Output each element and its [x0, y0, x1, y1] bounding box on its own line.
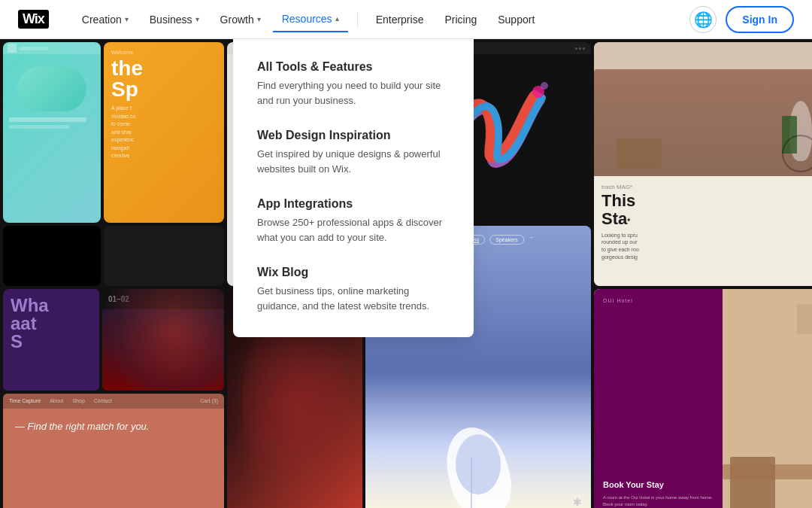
nav-item-support[interactable]: Support: [489, 8, 544, 32]
tile-dark-2: [104, 226, 224, 286]
chevron-up-icon: ▴: [335, 14, 339, 23]
tile-teal: [3, 42, 101, 223]
trash-mag-body: Looking to sprurounded up ourto give eac…: [601, 232, 812, 261]
tile-bottom-left: WhaaatS 01–02 Time Capture About Shop Co…: [3, 289, 224, 508]
arrow-icon: →: [529, 235, 534, 245]
tile-orange-welcome: Welcome theSp A place fminded coto comea…: [104, 42, 224, 223]
tag-speakers: Speakers: [489, 235, 524, 245]
chevron-down-icon: ▾: [257, 15, 261, 23]
hotel-body: A room at the Oui Hotel is your home awa…: [603, 494, 714, 508]
chevron-down-icon: ▾: [125, 15, 129, 23]
sign-in-button[interactable]: Sign In: [726, 6, 794, 33]
globe-icon[interactable]: 🌐: [689, 6, 717, 33]
nav-right: 🌐 Sign In: [689, 6, 794, 33]
dropdown-item-web-design[interactable]: Web Design Inspiration Get inspired by u…: [257, 129, 450, 176]
nav-divider: [357, 12, 358, 27]
tile-black-1: [3, 226, 101, 286]
tile-hotel: OUI Hotel Book Your Stay A room at the O…: [594, 289, 812, 508]
nav-item-enterprise[interactable]: Enterprise: [367, 8, 433, 32]
tile-purple-text: WhaaatS: [11, 297, 92, 351]
wix-logo[interactable]: Wix: [18, 10, 49, 29]
wix-logo-text: Wix: [18, 10, 49, 29]
dropdown-item-tools[interactable]: All Tools & Features Find everything you…: [257, 60, 450, 108]
nav-menu: Creation ▾ Business ▾ Growth ▾ Resources…: [73, 7, 689, 32]
star-icon: ✱: [573, 496, 582, 508]
tile-editorial: trash MAG* ThisSta* Looking to spruround…: [594, 42, 812, 286]
nav-item-creation[interactable]: Creation ▾: [73, 8, 138, 32]
nav-item-business[interactable]: Business ▾: [141, 8, 208, 32]
trash-mag-label: trash MAG*: [601, 184, 812, 190]
svg-point-1: [541, 82, 548, 90]
nav-item-growth[interactable]: Growth ▾: [211, 8, 270, 32]
hotel-label: OUI Hotel: [603, 298, 714, 303]
nav-item-pricing[interactable]: Pricing: [435, 8, 486, 32]
resources-dropdown: All Tools & Features Find everything you…: [233, 39, 474, 337]
dropdown-item-app-integrations[interactable]: App Integrations Browse 250+ professiona…: [257, 197, 450, 245]
navbar: Wix Creation ▾ Business ▾ Growth ▾ Resou…: [0, 0, 812, 39]
nav-item-resources[interactable]: Resources ▴: [273, 7, 348, 32]
trash-mag-title: ThisSta*: [601, 192, 812, 228]
dropdown-item-wix-blog[interactable]: Wix Blog Get business tips, online marke…: [257, 266, 450, 313]
hotel-title: Book Your Stay: [603, 479, 714, 490]
chevron-down-icon: ▾: [195, 15, 199, 23]
